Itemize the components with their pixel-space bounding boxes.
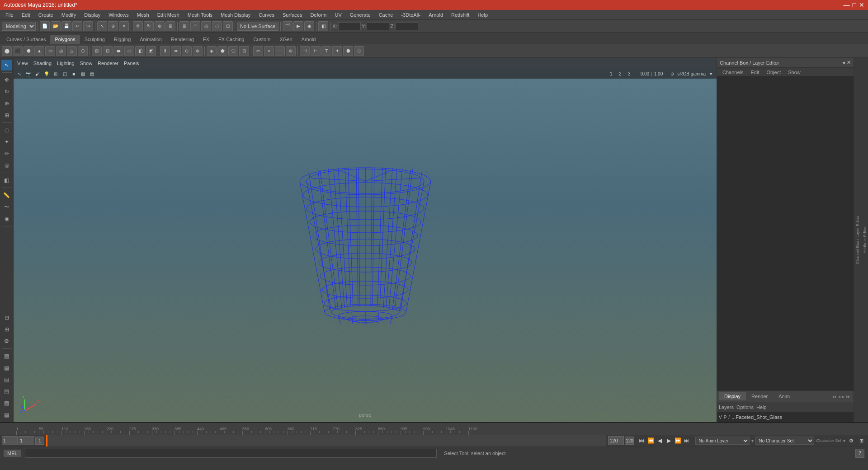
menu-modify[interactable]: Modify <box>58 11 80 19</box>
tab-fx-caching[interactable]: FX Caching <box>214 35 249 44</box>
layer-rewind-btn[interactable]: ⏮ <box>832 394 836 399</box>
crease-button[interactable]: ⋯ <box>275 46 285 56</box>
menu-file[interactable]: File <box>2 11 17 19</box>
render-button[interactable]: ▶ <box>293 21 303 31</box>
show-hide-button[interactable]: ◧ <box>318 21 328 31</box>
select-tool-button[interactable]: ↖ <box>97 21 107 31</box>
play-back-button[interactable]: ◀ <box>656 437 664 445</box>
symmetrize-button[interactable]: ⊢ <box>311 46 321 56</box>
layer-slider6[interactable]: ▤ <box>1 409 12 420</box>
anim-settings-button[interactable]: ⚙ <box>847 437 855 445</box>
open-file-button[interactable]: 📂 <box>51 21 61 31</box>
layer-name[interactable]: ...Faceted_Shot_Glass <box>731 414 782 420</box>
render-settings-button[interactable]: 🎬 <box>283 21 292 31</box>
maximize-button[interactable]: □ <box>853 1 856 9</box>
layer-next-btn[interactable]: ▸ <box>842 394 844 399</box>
mirror-button[interactable]: ⊣ <box>300 46 310 56</box>
cb-tab-edit[interactable]: Edit <box>747 69 763 76</box>
menu-edit[interactable]: Edit <box>18 11 34 19</box>
tab-render[interactable]: Render <box>746 392 773 400</box>
extrude-button[interactable]: ⬆ <box>160 46 170 56</box>
channel-box-side-tab[interactable]: Channel Box / Layer Editor <box>854 58 861 422</box>
layer-slider2[interactable]: ▤ <box>1 362 12 373</box>
timeline-ruler[interactable]: 1551101652202753303854404955506056607157… <box>0 423 868 435</box>
play-forward-button[interactable]: ▶ <box>665 437 673 445</box>
tab-curves-surfaces[interactable]: Curves / Surfaces <box>2 35 50 44</box>
cb-tab-show[interactable]: Show <box>784 69 804 76</box>
poke-button[interactable]: ✦ <box>332 46 342 56</box>
tab-display[interactable]: Display <box>719 392 746 400</box>
wedge-button[interactable]: ⬣ <box>343 46 353 56</box>
tab-fx[interactable]: FX <box>198 35 214 44</box>
show-manip-button[interactable]: ◧ <box>1 175 12 186</box>
step-forward-button[interactable]: ⏩ <box>674 437 682 445</box>
channel-box-icon[interactable]: ⊟ <box>1 312 12 323</box>
vp-gamma-icon[interactable]: ⊙ <box>668 70 676 78</box>
minimize-button[interactable]: — <box>844 1 850 9</box>
step-back-button[interactable]: ⏪ <box>646 437 655 445</box>
select-mode-button[interactable]: ↖ <box>1 60 12 70</box>
undo-button[interactable]: ↩ <box>72 21 82 31</box>
bridge-button[interactable]: ⬌ <box>171 46 181 56</box>
layer-playback[interactable]: P <box>724 415 727 420</box>
menu-mesh[interactable]: Mesh <box>133 11 153 19</box>
cb-tab-object[interactable]: Object <box>763 69 784 76</box>
menu-edit-mesh[interactable]: Edit Mesh <box>154 11 183 19</box>
snap-grid-button[interactable]: ⊞ <box>179 21 189 31</box>
y-input[interactable] <box>367 22 389 30</box>
torus-button[interactable]: ◎ <box>56 46 66 56</box>
vp-camera-icon[interactable]: 📷 <box>24 70 33 78</box>
mel-mode-button[interactable]: MEL <box>4 450 21 457</box>
attr-editor-side-tab[interactable]: Attribute Editor <box>861 58 868 422</box>
bevel-button[interactable]: ⌗ <box>264 46 274 56</box>
render-left-button[interactable]: ◉ <box>1 213 12 224</box>
vp-paint-icon[interactable]: 🖌 <box>33 70 42 78</box>
fill-hole-button[interactable]: ⊙ <box>182 46 192 56</box>
average-button[interactable]: ⬭ <box>124 46 134 56</box>
separate-button[interactable]: ⊟ <box>103 46 113 56</box>
rewind-start-button[interactable]: ⏮ <box>637 437 646 445</box>
vp-wire-icon[interactable]: ◫ <box>61 70 69 78</box>
tab-polygons[interactable]: Polygons <box>50 35 80 44</box>
current-frame-input[interactable]: 1 <box>19 436 34 445</box>
new-file-button[interactable]: 📄 <box>40 21 50 31</box>
append-poly-button[interactable]: ⊕ <box>193 46 203 56</box>
custom-manip-button[interactable]: ⊞ <box>1 110 12 121</box>
scale-tool-button[interactable]: ⊕ <box>155 21 165 31</box>
anim-layer-selector[interactable]: No Anim Layer <box>695 437 750 445</box>
lasso-tool-button[interactable]: ⊕ <box>108 21 118 31</box>
menu-display[interactable]: Display <box>80 11 104 19</box>
snap-curve-button[interactable]: ◠ <box>190 21 200 31</box>
prism-button[interactable]: △ <box>67 46 77 56</box>
vp-solid-icon[interactable]: ■ <box>70 70 78 78</box>
menu-help[interactable]: Help <box>474 11 491 19</box>
paint-button[interactable]: ✏ <box>1 148 12 159</box>
vp-menu-renderer[interactable]: Renderer <box>96 61 120 66</box>
tab-xgen[interactable]: XGen <box>275 35 297 44</box>
end-tick-box[interactable]: 120 <box>625 437 634 445</box>
vp-menu-view[interactable]: View <box>15 61 30 66</box>
multi-cut-button[interactable]: ✂ <box>253 46 263 56</box>
menu-cache[interactable]: Cache <box>375 11 397 19</box>
edge-loop-button[interactable]: ◈ <box>207 46 217 56</box>
vp-menu-lighting[interactable]: Lighting <box>55 61 76 66</box>
layer-slider1[interactable]: ▤ <box>1 351 12 362</box>
edge-ring-button[interactable]: ⬟ <box>217 46 227 56</box>
menu-surfaces[interactable]: Surfaces <box>279 11 306 19</box>
paint-select-button[interactable]: ✦ <box>119 21 129 31</box>
save-file-button[interactable]: 💾 <box>61 21 71 31</box>
cb-expand-btn[interactable]: ◂ <box>842 60 845 66</box>
rotate-mode-button[interactable]: ↻ <box>1 86 12 97</box>
vp-light-icon[interactable]: 💡 <box>42 70 51 78</box>
menu-generate[interactable]: Generate <box>346 11 374 19</box>
menu-windows[interactable]: Windows <box>105 11 132 19</box>
tab-custom[interactable]: Custom <box>249 35 275 44</box>
menu-deform[interactable]: Deform <box>307 11 330 19</box>
tick-checkbox[interactable]: 1 <box>35 437 44 445</box>
soft-mod-button[interactable]: ◌ <box>1 125 12 136</box>
layer-slider5[interactable]: ▤ <box>1 398 12 409</box>
smooth-button[interactable]: ⬬ <box>113 46 123 56</box>
layer-prev-btn[interactable]: ◂ <box>838 394 840 399</box>
menu-mesh-tools[interactable]: Mesh Tools <box>184 11 216 19</box>
insert-edge-loop-button[interactable]: ⊟ <box>239 46 249 56</box>
